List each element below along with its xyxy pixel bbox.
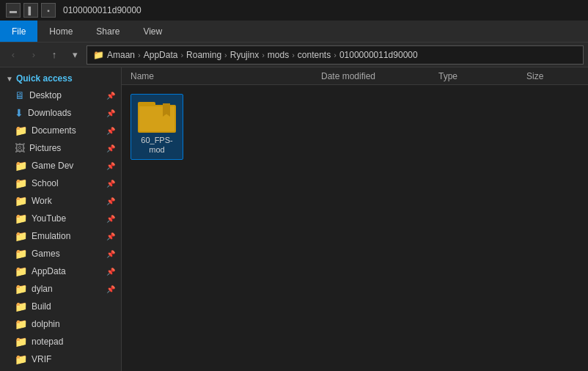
sidebar-label-desktop: Desktop bbox=[29, 90, 62, 100]
ribbon-tab-view[interactable]: View bbox=[131, 21, 174, 42]
sidebar-label-appdata: AppData bbox=[32, 266, 66, 276]
sidebar-item-school[interactable]: 📁 School 📌 bbox=[0, 175, 121, 192]
pin-icon-work: 📌 bbox=[106, 197, 115, 205]
sidebar-label-emulation: Emulation bbox=[32, 231, 70, 241]
sidebar-item-notepad[interactable]: 📁 notepad bbox=[0, 333, 121, 350]
pin-icon: 📌 bbox=[106, 92, 115, 100]
sidebar-label-documents: Documents bbox=[32, 125, 76, 136]
sidebar-item-appdata[interactable]: 📁 AppData 📌 bbox=[0, 262, 121, 280]
col-header-date[interactable]: Date modified bbox=[318, 71, 436, 81]
main-area: ▼ Quick access 🖥 Desktop 📌 ⬇ Downloads 📌… bbox=[0, 67, 588, 371]
chevron-icon: ▼ bbox=[6, 75, 13, 83]
address-path[interactable]: 📁 Amaan › AppData › Roaming › Ryujinx › … bbox=[87, 45, 584, 65]
sep-1: › bbox=[138, 51, 141, 59]
folder-icon-vrif: 📁 bbox=[15, 353, 27, 365]
folder-icon-pictures: 🖼 bbox=[15, 142, 25, 154]
sidebar-item-dylan[interactable]: 📁 dylan 📌 bbox=[0, 280, 121, 298]
sidebar-item-games[interactable]: 📁 Games 📌 bbox=[0, 245, 121, 262]
sidebar-label-youtube: YouTube bbox=[32, 213, 66, 224]
pin-icon-dylan: 📌 bbox=[106, 285, 115, 293]
sidebar-label-games: Games bbox=[32, 249, 60, 259]
breadcrumb-id: 0100000011d90000 bbox=[339, 50, 418, 60]
window-icon-3: ▪ bbox=[41, 3, 56, 18]
folder-icon-youtube: 📁 bbox=[15, 213, 27, 224]
folder-icon-work: 📁 bbox=[15, 195, 27, 207]
breadcrumb-folder-icon: 📁 bbox=[93, 50, 104, 60]
sidebar: ▼ Quick access 🖥 Desktop 📌 ⬇ Downloads 📌… bbox=[0, 67, 122, 371]
address-bar: ‹ › ↑ ▾ 📁 Amaan › AppData › Roaming › Ry… bbox=[0, 43, 588, 67]
pin-icon-appdata: 📌 bbox=[106, 268, 115, 276]
window-title: 0100000011d90000 bbox=[63, 5, 142, 15]
pin-icon-downloads: 📌 bbox=[106, 109, 115, 117]
sidebar-item-downloads[interactable]: ⬇ Downloads 📌 bbox=[0, 104, 121, 122]
breadcrumb-mods: mods bbox=[268, 50, 289, 60]
sep-2: › bbox=[180, 51, 183, 59]
col-header-size[interactable]: Size bbox=[523, 71, 582, 81]
sidebar-quick-access[interactable]: ▼ Quick access bbox=[0, 70, 121, 87]
sidebar-label-work: Work bbox=[32, 196, 52, 206]
sidebar-item-build[interactable]: 📁 Build bbox=[0, 298, 121, 315]
sep-6: › bbox=[334, 51, 337, 59]
folder-icon-appdata: 📁 bbox=[15, 265, 27, 277]
ribbon: File Home Share View bbox=[0, 21, 588, 43]
ribbon-tab-share[interactable]: Share bbox=[84, 21, 131, 42]
folder-icon-dolphin: 📁 bbox=[15, 318, 27, 330]
sidebar-item-emulation[interactable]: 📁 Emulation 📌 bbox=[0, 227, 121, 245]
col-header-name[interactable]: Name bbox=[128, 71, 318, 81]
breadcrumb-appdata: AppData bbox=[144, 50, 178, 60]
file-item-60fps[interactable]: 60_FPS-mod bbox=[131, 94, 183, 160]
quick-access-label: Quick access bbox=[16, 73, 73, 84]
sidebar-label-build: Build bbox=[32, 301, 51, 312]
sidebar-label-downloads: Downloads bbox=[28, 108, 71, 118]
sep-4: › bbox=[262, 51, 265, 59]
folder-icon-gamedev: 📁 bbox=[15, 160, 27, 172]
up-button[interactable]: ↑ bbox=[45, 46, 63, 64]
sep-5: › bbox=[292, 51, 295, 59]
pin-icon-youtube: 📌 bbox=[106, 215, 115, 223]
title-bar-icons: ▬ ▌ ▪ bbox=[6, 3, 56, 18]
folder-icon: 🖥 bbox=[15, 89, 25, 101]
back-button[interactable]: ‹ bbox=[4, 46, 22, 64]
window-icon-2: ▌ bbox=[23, 3, 38, 18]
folder-icon-games: 📁 bbox=[15, 248, 27, 260]
sep-3: › bbox=[224, 51, 227, 59]
folder-icon-build: 📁 bbox=[15, 301, 27, 312]
ribbon-tab-home[interactable]: Home bbox=[37, 21, 84, 42]
folder-icon-notepad: 📁 bbox=[15, 336, 27, 348]
sidebar-item-dolphin[interactable]: 📁 dolphin bbox=[0, 315, 121, 333]
download-icon: ⬇ bbox=[15, 107, 23, 119]
pin-icon-pictures: 📌 bbox=[106, 144, 115, 153]
sidebar-label-gamedev: Game Dev bbox=[32, 161, 73, 171]
sidebar-label-school: School bbox=[32, 178, 59, 188]
title-bar: ▬ ▌ ▪ 0100000011d90000 bbox=[0, 0, 588, 21]
sidebar-label-pictures: Pictures bbox=[29, 143, 61, 153]
breadcrumb-amaan: Amaan bbox=[107, 50, 135, 60]
folder-icon-school: 📁 bbox=[15, 177, 27, 189]
sidebar-item-documents[interactable]: 📁 Documents 📌 bbox=[0, 122, 121, 139]
file-label-60fps: 60_FPS-mod bbox=[134, 136, 180, 155]
sidebar-item-pictures[interactable]: 🖼 Pictures 📌 bbox=[0, 139, 121, 157]
sidebar-item-desktop[interactable]: 🖥 Desktop 📌 bbox=[0, 87, 121, 104]
ribbon-tab-file[interactable]: File bbox=[0, 21, 37, 42]
sidebar-item-work[interactable]: 📁 Work 📌 bbox=[0, 192, 121, 210]
recent-button[interactable]: ▾ bbox=[66, 46, 84, 64]
forward-button[interactable]: › bbox=[25, 46, 43, 64]
pin-icon-gamedev: 📌 bbox=[106, 162, 115, 170]
breadcrumb-ryujinx: Ryujinx bbox=[230, 50, 259, 60]
files-area: 60_FPS-mod bbox=[122, 85, 588, 371]
sidebar-item-gamedev[interactable]: 📁 Game Dev 📌 bbox=[0, 157, 121, 175]
sidebar-label-vrif: VRIF bbox=[32, 354, 51, 364]
sidebar-label-notepad: notepad bbox=[32, 337, 63, 347]
sidebar-label-dolphin: dolphin bbox=[32, 319, 60, 329]
sidebar-item-youtube[interactable]: 📁 YouTube 📌 bbox=[0, 210, 121, 227]
pin-icon-school: 📌 bbox=[106, 180, 115, 188]
content-area: Name Date modified Type Size 60_FPS-mod bbox=[122, 67, 588, 371]
col-header-type[interactable]: Type bbox=[436, 71, 523, 81]
window-icon-1: ▬ bbox=[6, 3, 21, 18]
folder-icon-emulation: 📁 bbox=[15, 230, 27, 242]
sidebar-label-dylan: dylan bbox=[32, 284, 53, 294]
pin-icon-documents: 📌 bbox=[106, 127, 115, 135]
folder-icon-dylan: 📁 bbox=[15, 283, 27, 295]
breadcrumb-contents: contents bbox=[298, 50, 331, 60]
sidebar-item-vrif[interactable]: 📁 VRIF bbox=[0, 350, 121, 368]
